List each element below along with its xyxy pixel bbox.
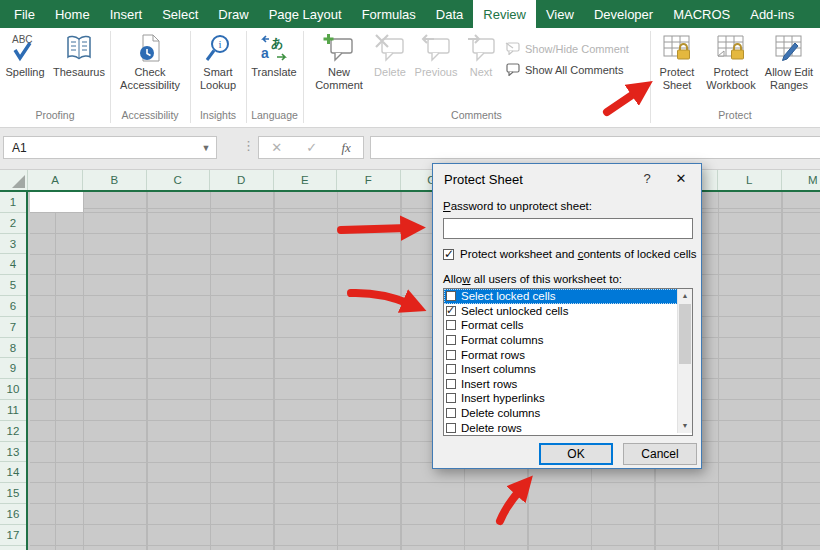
checkbox[interactable] [446, 408, 456, 418]
checkbox[interactable] [446, 364, 456, 374]
column-header-D[interactable]: D [210, 170, 274, 190]
row-header-2[interactable]: 2 [0, 213, 26, 234]
name-box-dropdown-icon[interactable]: ▼ [196, 143, 216, 153]
tab-add-ins[interactable]: Add-ins [740, 0, 804, 28]
insert-function-icon[interactable]: fx [341, 140, 350, 156]
allow-item-format-cells[interactable]: Format cells [444, 318, 692, 333]
row-header-4[interactable]: 4 [0, 254, 26, 275]
allow-item-label: Format cells [461, 319, 524, 331]
row-header-14[interactable]: 14 [0, 462, 26, 483]
translate-button[interactable]: あa Translate [246, 32, 302, 106]
ok-button[interactable]: OK [539, 443, 613, 465]
checkbox[interactable] [446, 393, 456, 403]
row-header-7[interactable]: 7 [0, 317, 26, 338]
row-header-9[interactable]: 9 [0, 358, 26, 379]
allow-edit-ranges-icon [758, 32, 820, 64]
allow-item-format-columns[interactable]: Format columns [444, 333, 692, 348]
enter-entry-icon[interactable]: ✓ [306, 140, 317, 155]
scroll-down-icon[interactable]: ▼ [678, 419, 692, 433]
tab-draw[interactable]: Draw [208, 0, 258, 28]
protect-workbook-button[interactable]: Protect Workbook [702, 32, 760, 106]
tab-insert[interactable]: Insert [100, 0, 153, 28]
cancel-entry-icon[interactable]: ✕ [271, 140, 282, 155]
allow-edit-ranges-button[interactable]: Allow Edit Ranges [758, 32, 820, 106]
row-header-10[interactable]: 10 [0, 379, 26, 400]
column-header-B[interactable]: B [83, 170, 147, 190]
checkbox[interactable] [446, 350, 456, 360]
protect-contents-checkbox[interactable] [443, 249, 454, 260]
checkbox[interactable] [446, 379, 456, 389]
delete-comment-button[interactable]: Delete [368, 32, 412, 106]
allow-item-delete-columns[interactable]: Delete columns [444, 406, 692, 421]
list-scrollbar[interactable]: ▲ ▼ [677, 289, 692, 433]
name-box[interactable]: A1 ▼ [3, 136, 217, 159]
protect-contents-row[interactable]: Protect worksheet and contents of locked… [443, 248, 699, 260]
checkbox[interactable] [446, 335, 456, 345]
active-cell-A1[interactable] [30, 192, 83, 212]
thesaurus-button[interactable]: Thesaurus [48, 32, 110, 106]
column-header-A[interactable]: A [28, 170, 83, 190]
row-header-3[interactable]: 3 [0, 234, 26, 255]
show-hide-comment-button[interactable]: Show/Hide Comment [505, 40, 629, 58]
cancel-button[interactable]: Cancel [623, 443, 697, 465]
help-icon[interactable]: ? [639, 171, 655, 186]
tab-developer[interactable]: Developer [584, 0, 663, 28]
tab-formulas[interactable]: Formulas [352, 0, 426, 28]
dialog-titlebar[interactable]: Protect Sheet [433, 164, 701, 194]
row-header-8[interactable]: 8 [0, 338, 26, 359]
row-header-11[interactable]: 11 [0, 400, 26, 421]
checkbox[interactable] [446, 306, 456, 316]
password-input[interactable] [443, 218, 693, 239]
row-header-18[interactable]: 18 [0, 546, 26, 550]
column-header-C[interactable]: C [147, 170, 211, 190]
allow-item-insert-columns[interactable]: Insert columns [444, 362, 692, 377]
checkbox[interactable] [446, 423, 456, 433]
tab-page-layout[interactable]: Page Layout [259, 0, 352, 28]
previous-comment-icon [412, 32, 460, 64]
tab-data[interactable]: Data [426, 0, 473, 28]
checkbox[interactable] [446, 320, 456, 330]
row-header-17[interactable]: 17 [0, 525, 26, 546]
previous-comment-button[interactable]: Previous [412, 32, 460, 106]
allow-item-delete-rows[interactable]: Delete rows [444, 420, 692, 435]
next-comment-icon [460, 32, 502, 64]
row-header-16[interactable]: 16 [0, 504, 26, 525]
spelling-button[interactable]: ABC Spelling [2, 32, 48, 106]
allow-item-select-unlocked-cells[interactable]: Select unlocked cells [444, 304, 692, 319]
row-header-1[interactable]: 1 [0, 192, 26, 213]
tab-view[interactable]: View [536, 0, 584, 28]
ribbon: ABC Spelling Thesaurus Proofing Check Ac… [0, 28, 820, 128]
tab-home[interactable]: Home [45, 0, 100, 28]
smart-lookup-button[interactable]: i Smart Lookup [192, 32, 244, 106]
protect-sheet-button[interactable]: Protect Sheet [652, 32, 702, 106]
row-header-13[interactable]: 13 [0, 442, 26, 463]
allow-item-insert-rows[interactable]: Insert rows [444, 377, 692, 392]
allow-item-select-locked-cells[interactable]: Select locked cells [444, 289, 692, 304]
group-label-comments: Comments [303, 109, 650, 121]
column-header-L[interactable]: L [718, 170, 782, 190]
tab-macros[interactable]: MACROS [663, 0, 740, 28]
column-header-E[interactable]: E [274, 170, 338, 190]
tab-review[interactable]: Review [473, 0, 536, 28]
allow-item-label: Insert columns [461, 363, 536, 375]
show-all-comments-button[interactable]: Show All Comments [505, 61, 623, 79]
column-header-F[interactable]: F [337, 170, 401, 190]
row-header-6[interactable]: 6 [0, 296, 26, 317]
select-all-button[interactable] [0, 170, 28, 190]
scroll-up-icon[interactable]: ▲ [678, 289, 692, 303]
scroll-thumb[interactable] [679, 304, 691, 364]
tab-select[interactable]: Select [152, 0, 208, 28]
allow-item-insert-hyperlinks[interactable]: Insert hyperlinks [444, 391, 692, 406]
column-header-M[interactable]: M [782, 170, 820, 190]
next-comment-button[interactable]: Next [460, 32, 502, 106]
formula-input[interactable] [370, 136, 820, 159]
row-header-15[interactable]: 15 [0, 483, 26, 504]
check-accessibility-button[interactable]: Check Accessibility [112, 32, 188, 106]
checkbox[interactable] [446, 291, 456, 301]
close-icon[interactable]: ✕ [673, 171, 689, 186]
allow-item-format-rows[interactable]: Format rows [444, 347, 692, 362]
row-header-12[interactable]: 12 [0, 421, 26, 442]
new-comment-button[interactable]: New Comment [310, 32, 368, 106]
row-header-5[interactable]: 5 [0, 275, 26, 296]
tab-file[interactable]: File [4, 0, 45, 28]
